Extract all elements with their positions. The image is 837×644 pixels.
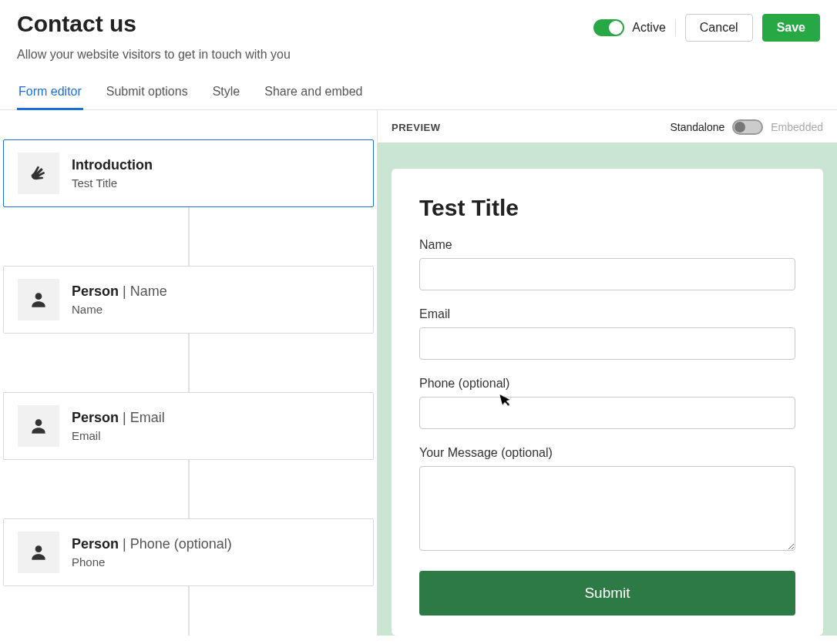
- tab-style[interactable]: Style: [211, 79, 242, 110]
- active-toggle[interactable]: [593, 19, 624, 36]
- active-toggle-label: Active: [632, 21, 666, 35]
- block-sub: Name: [72, 303, 167, 316]
- svg-point-1: [35, 419, 42, 426]
- svg-point-2: [35, 545, 42, 552]
- preview-mode-toggle[interactable]: [732, 119, 763, 135]
- block-sub: Phone: [72, 555, 232, 569]
- person-icon: [18, 405, 59, 447]
- block-sub: Test Title: [72, 176, 153, 190]
- wave-hand-icon: [18, 153, 59, 194]
- page-subtitle: Allow your website visitors to get in to…: [17, 48, 291, 62]
- field-label-email: Email: [419, 307, 795, 321]
- tab-submit-options[interactable]: Submit options: [105, 79, 190, 110]
- block-introduction[interactable]: Introduction Test Title: [3, 139, 374, 207]
- email-input[interactable]: [419, 327, 795, 360]
- preview-label: PREVIEW: [392, 122, 440, 133]
- page-title: Contact us: [17, 11, 291, 37]
- block-person-email[interactable]: Person | Email Email: [3, 392, 374, 460]
- block-person-name[interactable]: Person | Name Name: [3, 266, 374, 334]
- tab-form-editor[interactable]: Form editor: [17, 79, 83, 110]
- submit-button[interactable]: Submit: [419, 571, 795, 615]
- name-input[interactable]: [419, 258, 795, 290]
- field-label-phone: Phone (optional): [419, 377, 795, 391]
- preview-pane: PREVIEW Standalone Embedded Test Title N…: [378, 110, 837, 636]
- block-title: Person: [72, 410, 119, 425]
- preview-mode-standalone[interactable]: Standalone: [670, 121, 724, 133]
- save-button[interactable]: Save: [762, 14, 820, 42]
- field-label-name: Name: [419, 238, 795, 252]
- phone-input[interactable]: [419, 397, 795, 429]
- block-title: Person: [72, 283, 119, 299]
- editor-pane: Introduction Test Title Person | Name Na…: [0, 110, 378, 636]
- form-title: Test Title: [419, 195, 795, 221]
- field-label-message: Your Message (optional): [419, 446, 795, 460]
- tab-share-embed[interactable]: Share and embed: [263, 79, 364, 110]
- block-title-light: | Email: [119, 410, 165, 425]
- person-icon: [18, 532, 59, 573]
- block-sub: Email: [72, 429, 165, 442]
- cancel-button[interactable]: Cancel: [685, 14, 753, 42]
- block-title-light: | Name: [119, 283, 167, 299]
- block-title-light: | Phone (optional): [119, 536, 232, 552]
- preview-mode-embedded[interactable]: Embedded: [771, 121, 823, 133]
- tabs-bar: Form editor Submit options Style Share a…: [0, 79, 837, 110]
- svg-point-0: [35, 293, 42, 300]
- block-person-phone[interactable]: Person | Phone (optional) Phone: [3, 518, 374, 586]
- block-title: Introduction: [72, 157, 153, 173]
- person-icon: [18, 279, 59, 320]
- message-textarea[interactable]: [419, 466, 795, 551]
- form-preview-card: Test Title Name Email Phone (optional) Y…: [392, 169, 823, 636]
- block-title: Person: [72, 536, 119, 552]
